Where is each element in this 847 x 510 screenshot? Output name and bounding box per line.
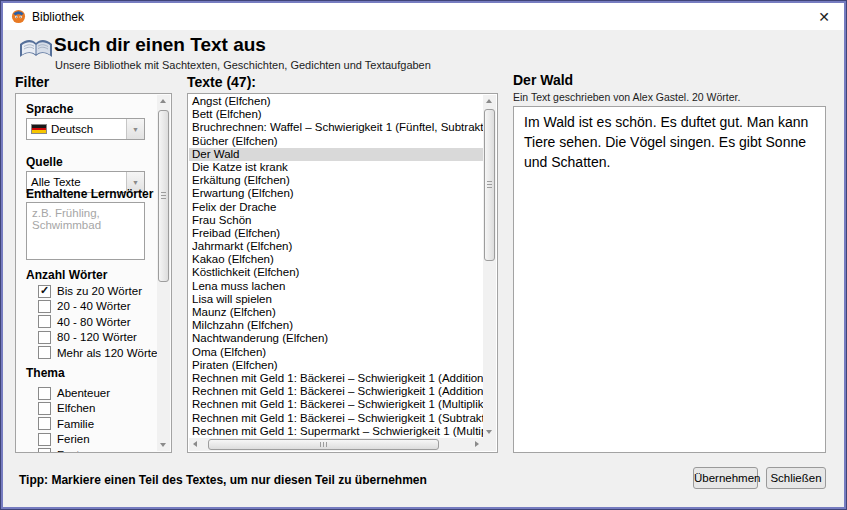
scrollbar-thumb[interactable] (484, 109, 495, 261)
checkbox-label: 80 - 120 Wörter (57, 331, 137, 343)
language-select[interactable]: Deutsch ▼ (26, 118, 145, 140)
checkbox-unchecked[interactable] (38, 387, 51, 400)
text-list-panel: Angst (Elfchen)Bett (Elfchen)Bruchrechne… (187, 93, 498, 453)
page-title: Such dir einen Text aus (54, 34, 266, 56)
preview-text[interactable]: Im Wald ist es schön. Es duftet gut. Man… (515, 108, 824, 451)
preview-meta: Ein Text geschrieben von Alex Gastel. 20… (513, 91, 740, 103)
filter-heading: Filter (15, 74, 49, 90)
list-vertical-scrollbar[interactable] (483, 95, 496, 438)
checkbox-unchecked[interactable] (38, 402, 51, 415)
thema-label: Thema (26, 366, 65, 380)
close-button[interactable]: Schließen (766, 467, 826, 489)
list-item[interactable]: Der Wald (189, 148, 483, 161)
checkbox-unchecked[interactable] (38, 300, 51, 313)
sprache-label: Sprache (26, 102, 73, 116)
scroll-right-icon[interactable] (470, 438, 483, 451)
list-item[interactable]: Jahrmarkt (Elfchen) (189, 240, 483, 253)
scroll-down-icon[interactable] (157, 438, 170, 451)
checkbox-row[interactable]: Abenteuer (38, 386, 110, 400)
list-item[interactable]: Rechnen mit Geld 1: Bäckerei – Schwierig… (189, 372, 483, 385)
list-item[interactable]: Rechnen mit Geld 1: Bäckerei – Schwierig… (189, 398, 483, 411)
lernwoerter-input[interactable] (26, 202, 145, 260)
anzahl-woerter-label: Anzahl Wörter (26, 268, 107, 282)
checkbox-row[interactable]: Feste (38, 448, 86, 452)
list-item[interactable]: Angst (Elfchen) (189, 95, 483, 108)
app-logo-icon (11, 9, 26, 24)
checkbox-row[interactable]: 20 - 40 Wörter (38, 299, 131, 313)
checkbox-unchecked[interactable] (38, 448, 51, 452)
checkbox-row[interactable]: 40 - 80 Wörter (38, 315, 131, 329)
list-item[interactable]: Lena muss lachen (189, 280, 483, 293)
filter-scrollbar[interactable] (157, 95, 170, 451)
list-item[interactable]: Nachtwanderung (Elfchen) (189, 332, 483, 345)
checkbox-label: Feste (57, 449, 86, 452)
checkbox-row[interactable]: Familie (38, 417, 94, 431)
checkbox-label: Bis zu 20 Wörter (57, 285, 142, 297)
checkbox-unchecked[interactable] (38, 346, 51, 359)
checkbox-checked[interactable] (38, 285, 51, 298)
list-item[interactable]: Oma (Elfchen) (189, 346, 483, 359)
list-item[interactable]: Frau Schön (189, 214, 483, 227)
scroll-up-icon[interactable] (483, 95, 496, 108)
list-item[interactable]: Bett (Elfchen) (189, 108, 483, 121)
titlebar: Bibliothek ✕ (3, 3, 844, 30)
list-item[interactable]: Lisa will spielen (189, 293, 483, 306)
open-book-icon (19, 38, 53, 62)
texts-heading: Texte (47): (187, 74, 256, 90)
list-item[interactable]: Rechnen mit Geld 1: Bäckerei – Schwierig… (189, 385, 483, 398)
apply-button[interactable]: Übernehmen (693, 467, 758, 489)
checkbox-unchecked[interactable] (38, 433, 51, 446)
list-item[interactable]: Felix der Drache (189, 201, 483, 214)
scroll-down-icon[interactable] (483, 425, 496, 438)
checkbox-label: Abenteuer (57, 387, 110, 399)
scrollbar-thumb[interactable] (158, 110, 169, 282)
list-item[interactable]: Rechnen mit Geld 1: Bäckerei – Schwierig… (189, 412, 483, 425)
checkbox-label: Ferien (57, 433, 90, 445)
list-item[interactable]: Rechnen mit Geld 1: Supermarkt – Schwier… (189, 425, 483, 438)
checkbox-row[interactable]: Ferien (38, 432, 90, 446)
language-select-value: Deutsch (51, 123, 93, 135)
list-item[interactable]: Maunz (Elfchen) (189, 306, 483, 319)
list-horizontal-scrollbar[interactable] (189, 438, 483, 451)
checkbox-row[interactable]: Elfchen (38, 401, 95, 415)
list-item[interactable]: Köstlichkeit (Elfchen) (189, 266, 483, 279)
list-item[interactable]: Bruchrechnen: Waffel – Schwierigkeit 1 (… (189, 121, 483, 134)
dialog-window: Bibliothek ✕ Such dir einen Text aus Uns… (0, 0, 847, 510)
german-flag-icon (31, 124, 47, 134)
chevron-down-icon: ▼ (126, 119, 144, 139)
checkbox-unchecked[interactable] (38, 315, 51, 328)
list-item[interactable]: Piraten (Elfchen) (189, 359, 483, 372)
scrollbar-corner (483, 438, 496, 451)
filter-panel: Sprache Deutsch ▼ Quelle Alle Texte ▼ En… (15, 93, 172, 453)
preview-title: Der Wald (513, 72, 573, 88)
checkbox-label: Familie (57, 418, 94, 430)
close-icon[interactable]: ✕ (814, 7, 834, 27)
checkbox-label: Elfchen (57, 402, 95, 414)
quelle-label: Quelle (26, 155, 63, 169)
page-subtitle: Unsere Bibliothek mit Sachtexten, Geschi… (55, 59, 431, 71)
checkbox-row[interactable]: Mehr als 120 Wörter (38, 346, 158, 360)
list-item[interactable]: Die Katze ist krank (189, 161, 483, 174)
preview-panel: Im Wald ist es schön. Es duftet gut. Man… (513, 106, 826, 453)
list-item[interactable]: Kakao (Elfchen) (189, 253, 483, 266)
scroll-left-icon[interactable] (189, 438, 202, 451)
checkbox-row[interactable]: Bis zu 20 Wörter (38, 284, 142, 298)
list-item[interactable]: Erkältung (Elfchen) (189, 174, 483, 187)
scrollbar-thumb[interactable] (208, 439, 439, 450)
list-item[interactable]: Erwartung (Elfchen) (189, 187, 483, 200)
list-item[interactable]: Freibad (Elfchen) (189, 227, 483, 240)
checkbox-label: Mehr als 120 Wörter (57, 347, 158, 359)
checkbox-unchecked[interactable] (38, 417, 51, 430)
checkbox-label: 40 - 80 Wörter (57, 316, 131, 328)
footer-tip: Tipp: Markiere einen Teil des Textes, um… (19, 473, 427, 487)
checkbox-label: 20 - 40 Wörter (57, 300, 131, 312)
list-item[interactable]: Bücher (Elfchen) (189, 135, 483, 148)
checkbox-unchecked[interactable] (38, 331, 51, 344)
checkbox-row[interactable]: 80 - 120 Wörter (38, 330, 137, 344)
window-title: Bibliothek (32, 10, 84, 24)
list-item[interactable]: Milchzahn (Elfchen) (189, 319, 483, 332)
scroll-up-icon[interactable] (157, 95, 170, 108)
lernwoerter-label: Enthaltene Lernwörter (26, 187, 153, 201)
